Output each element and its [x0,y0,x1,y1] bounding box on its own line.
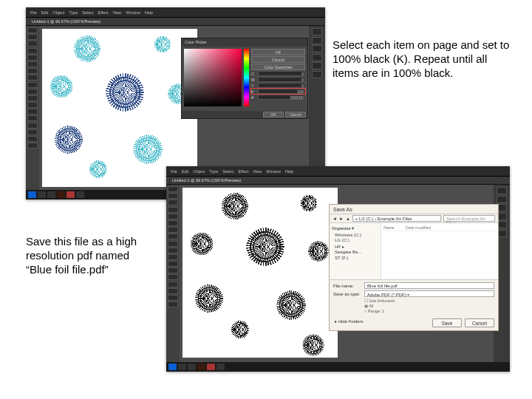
filename-input[interactable]: Blue foil file.pdf [364,282,494,289]
search-input[interactable]: Search Example Art Files [443,215,495,222]
tool-icon[interactable] [168,248,178,253]
menu-item[interactable]: View [253,169,262,174]
ok-button[interactable]: OK [251,49,305,55]
tool-icon[interactable] [27,75,38,81]
artwork-flower[interactable] [48,73,75,100]
menu-item[interactable]: Edit [41,10,48,15]
menu-item[interactable]: Effect [98,10,109,15]
hue-slider[interactable] [244,49,249,106]
sidebar-item[interactable]: Seagate Ba… [332,250,378,254]
ok-button[interactable]: OK [263,112,284,117]
menu-item[interactable]: Effect [239,169,249,174]
artwork-flower[interactable] [301,332,326,358]
document-tab[interactable]: Untitled-1 @ 66.67% (CMYK/Preview) [166,177,510,185]
tool-icon[interactable] [168,261,178,267]
tool-icon[interactable] [27,27,38,33]
artwork-flower[interactable] [103,70,147,115]
sidebar-header[interactable]: Organize ▾ [332,225,378,231]
menu-item[interactable]: Edit [182,169,188,174]
c-field[interactable]: 0 [258,71,305,76]
tool-icon[interactable] [27,61,38,67]
hex-field[interactable]: 000000 [258,95,305,100]
cancel-button[interactable]: Cancel [285,112,306,117]
up-icon[interactable]: ▲ [346,216,350,221]
taskbar-icon[interactable] [207,364,215,370]
taskbar-icon[interactable] [188,364,196,370]
menu-item[interactable]: Object [193,169,205,174]
artwork-flower[interactable] [188,231,215,257]
taskbar-icon[interactable] [47,191,55,198]
tool-icon[interactable] [27,123,38,129]
menu-item[interactable]: Help [285,169,293,174]
taskbar-icon[interactable] [38,191,46,198]
tool-icon[interactable] [168,282,178,287]
cancel-button[interactable]: Cancel [251,56,305,63]
menu-item[interactable]: Window [126,10,140,15]
tool-icon[interactable] [168,214,178,219]
tool-icon[interactable] [168,254,178,260]
tool-icon[interactable] [27,109,38,115]
tool-icon[interactable] [27,102,38,108]
tool-icon[interactable] [168,200,178,205]
m-field[interactable]: 0 [258,77,305,82]
tool-icon[interactable] [168,207,178,213]
menu-item[interactable]: Type [209,169,218,174]
tool-icon[interactable] [168,274,178,280]
panel-icon[interactable] [312,28,322,35]
taskbar-icon[interactable] [66,191,75,198]
option-all[interactable]: ◉ All [364,304,494,309]
tool-icon[interactable] [27,143,38,149]
color-field[interactable] [184,49,242,106]
document-tab[interactable]: Untitled-1 @ 66.67% (CMYK/Preview) [26,18,325,26]
artwork-flower[interactable] [307,239,330,263]
filetype-select[interactable]: Adobe PDF (*.PDF) [364,290,494,297]
hide-folders-toggle[interactable]: ▸ Hide Folders [333,318,364,327]
menu-item[interactable]: Type [69,10,78,15]
artwork-flower[interactable] [131,132,165,166]
menu-item[interactable]: Window [266,169,281,174]
tool-icon[interactable] [27,95,38,101]
artwork-flower[interactable] [153,35,172,54]
panel-icon[interactable] [312,71,322,78]
artwork-flower[interactable] [193,282,225,315]
save-button[interactable]: Save [432,318,462,327]
file-list[interactable]: Name Date modified [381,223,498,279]
k-field[interactable]: 100 [258,89,305,94]
tool-icon[interactable] [27,55,38,61]
artwork-flower[interactable] [219,191,250,222]
menu-item[interactable]: Select [82,10,93,15]
y-field[interactable]: 0 [258,83,305,88]
artwork-flower[interactable] [88,159,109,180]
start-button[interactable] [28,191,36,198]
menu-item[interactable]: Object [52,10,64,15]
artwork-flower[interactable] [72,33,103,64]
taskbar-icon[interactable] [76,191,84,198]
option-range[interactable]: ○ Range: 1 [364,309,494,314]
swatches-button[interactable]: Color Swatches [251,64,305,70]
menu-item[interactable]: Help [145,10,153,15]
tool-icon[interactable] [168,295,178,301]
back-icon[interactable]: ◄ [332,216,337,221]
sidebar-item[interactable]: LG (C:) [332,238,378,242]
start-button[interactable] [168,364,177,370]
panel-icon[interactable] [312,45,322,52]
panel-icon[interactable] [497,196,507,203]
tool-icon[interactable] [27,48,38,54]
tool-icon[interactable] [168,301,178,307]
menu-item[interactable]: File [30,10,37,15]
fwd-icon[interactable]: ► [339,216,344,221]
sidebar-item[interactable]: ST (F:) [332,256,378,260]
artwork-flower[interactable] [243,225,287,269]
tool-icon[interactable] [27,136,38,142]
artwork-flower[interactable] [52,123,85,156]
tool-icon[interactable] [27,82,38,88]
artwork-flower[interactable] [299,194,318,213]
tool-icon[interactable] [27,89,38,95]
tool-icon[interactable] [168,233,178,239]
taskbar-icon[interactable] [197,364,205,370]
taskbar-icon[interactable] [216,364,225,370]
panel-icon[interactable] [312,54,322,61]
artwork-flower[interactable] [274,288,308,322]
tool-icon[interactable] [168,267,178,273]
tool-icon[interactable] [27,41,38,47]
